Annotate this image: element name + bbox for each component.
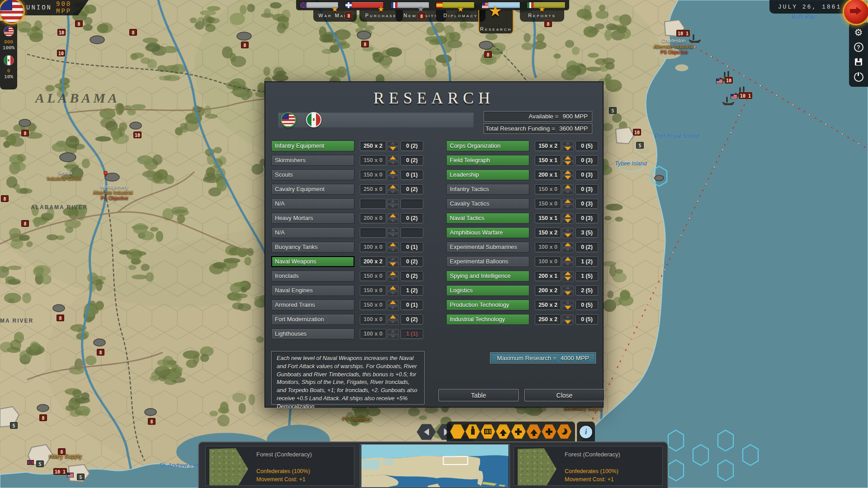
save-icon[interactable] [854, 57, 863, 67]
unit-strength-badge[interactable]: 8 [97, 349, 104, 356]
end-turn-button[interactable] [843, 0, 868, 25]
increase-chits-button[interactable] [562, 184, 574, 189]
research-item-scouts[interactable]: Scouts [271, 169, 354, 180]
unit-strength-badge[interactable]: 8 [1, 195, 9, 202]
decrease-chits-button[interactable] [387, 146, 399, 151]
unit-strength-badge[interactable]: 8 [57, 314, 64, 321]
table-button[interactable]: Table [439, 389, 519, 401]
decrease-chits-button[interactable] [562, 262, 574, 267]
research-item-fort-modernization[interactable]: Fort Modernization [271, 314, 354, 325]
research-item-corps-organization[interactable]: Corps Organization [446, 141, 529, 151]
mexico-filter-flag[interactable] [306, 112, 321, 127]
decrease-chits-button[interactable] [387, 305, 399, 310]
research-item-ironclads[interactable]: Ironclads [271, 271, 354, 282]
increase-chits-button[interactable] [562, 242, 574, 247]
menu-tab-reports[interactable]: Reports [520, 10, 564, 22]
increase-chits-button[interactable] [387, 257, 399, 262]
decrease-chits-button[interactable] [562, 219, 574, 224]
research-item-amphibious-warfare[interactable]: Amphibious Warfare [446, 227, 529, 238]
increase-chits-button[interactable] [562, 155, 574, 160]
decrease-chits-button[interactable] [562, 291, 574, 296]
decrease-chits-button[interactable] [387, 248, 399, 253]
settings-gear-icon[interactable]: ⚙ [854, 28, 863, 38]
decrease-chits-button[interactable] [562, 248, 574, 253]
unit-strength-badge[interactable]: 10 [725, 77, 733, 84]
fort-strength-badge[interactable]: 5 [10, 422, 18, 429]
fort-strength-badge[interactable]: 5 [636, 142, 644, 149]
decrease-chits-button[interactable] [562, 320, 574, 325]
decrease-chits-button[interactable] [387, 219, 399, 224]
increase-chits-button[interactable] [562, 300, 574, 305]
increase-chits-button[interactable] [387, 314, 399, 319]
research-item-infantry-equipment[interactable]: Infantry Equipment [271, 141, 354, 151]
unit-strength-badge[interactable]: 8 [39, 414, 47, 421]
power-icon[interactable] [854, 72, 863, 82]
info-button[interactable]: i [577, 422, 595, 442]
decrease-chits-button[interactable] [562, 233, 574, 238]
decrease-chits-button[interactable] [387, 175, 399, 180]
hex-arrow-button[interactable] [496, 424, 510, 439]
research-item-naval-weapons[interactable]: Naval Weapons [271, 256, 354, 267]
increase-chits-button[interactable] [562, 213, 574, 218]
increase-chits-button[interactable] [387, 271, 399, 276]
unit-strength-badge[interactable]: 8 [361, 41, 369, 47]
decrease-chits-button[interactable] [562, 175, 574, 180]
unit-strength-badge[interactable]: 8 [58, 448, 66, 455]
research-item-cavalry-tactics[interactable]: Cavalry Tactics [446, 198, 529, 209]
usa-filter-flag[interactable] [281, 112, 296, 127]
increase-chits-button[interactable] [387, 286, 399, 291]
increase-chits-button[interactable] [387, 184, 399, 189]
unit-strength-badge[interactable]: 8 [241, 42, 249, 48]
research-item-experimental-balloons[interactable]: Experimental Balloons [446, 256, 529, 267]
close-button[interactable]: Close [524, 389, 604, 401]
increase-chits-button[interactable] [562, 228, 574, 233]
decrease-chits-button[interactable] [562, 161, 574, 166]
hex-blank-button[interactable] [450, 424, 465, 439]
increase-chits-button[interactable] [562, 141, 574, 146]
unit-strength-badge[interactable]: 10 1 [53, 468, 67, 475]
unit-strength-badge[interactable]: 10 [57, 29, 66, 36]
decrease-chits-button[interactable] [562, 190, 574, 195]
increase-chits-button[interactable] [562, 257, 574, 262]
decrease-chits-button[interactable] [562, 204, 574, 209]
increase-chits-button[interactable] [387, 329, 399, 334]
increase-chits-button[interactable] [562, 314, 574, 319]
decrease-chits-button[interactable] [387, 161, 399, 166]
unit-strength-badge[interactable]: 10 1 [739, 92, 752, 99]
research-item-naval-engines[interactable]: Naval Engines [271, 285, 354, 296]
increase-chits-button[interactable] [387, 300, 399, 305]
unit-strength-badge[interactable]: 8 [148, 418, 156, 425]
unit-strength-badge[interactable]: 8 [21, 220, 29, 227]
minimap[interactable] [360, 444, 510, 488]
unit-strength-badge[interactable]: 8 [484, 51, 492, 58]
research-item-heavy-mortars[interactable]: Heavy Mortars [271, 213, 354, 224]
decrease-chits-button[interactable] [387, 320, 399, 325]
increase-chits-button[interactable] [387, 155, 399, 160]
research-item-field-telegraph[interactable]: Field Telegraph [446, 155, 529, 166]
hex-cross-button[interactable] [511, 424, 526, 439]
research-item-leadership[interactable]: Leadership [446, 169, 529, 180]
unit-strength-badge[interactable]: 8 [75, 20, 83, 27]
increase-chits-button[interactable] [562, 271, 574, 276]
unit-strength-badge[interactable]: 10 [633, 129, 641, 136]
increase-chits-button[interactable] [387, 213, 399, 218]
research-item-infantry-tactics[interactable]: Infantry Tactics [446, 184, 529, 195]
research-item-naval-tactics[interactable]: Naval Tactics [446, 213, 529, 224]
menu-tab-research[interactable]: ★Research [478, 10, 514, 33]
decrease-chits-button[interactable] [562, 146, 574, 151]
research-item-n-a[interactable]: N/A [271, 198, 354, 209]
unit-strength-badge[interactable]: 10 [57, 50, 65, 56]
unit-strength-badge[interactable]: 10 [133, 131, 142, 138]
fort-strength-badge[interactable]: 5 [609, 107, 617, 114]
hex-arrow-button[interactable] [527, 424, 541, 439]
research-item-industrial-technology[interactable]: Industrial Technology [446, 314, 529, 325]
research-item-armored-trains[interactable]: Armored Trains [271, 300, 354, 310]
research-item-experimental-submarines[interactable]: Experimental Submarines [446, 242, 529, 253]
increase-chits-button[interactable] [387, 228, 399, 233]
decrease-chits-button[interactable] [387, 291, 399, 296]
research-item-lighthouses[interactable]: Lighthouses [271, 328, 354, 339]
research-item-production-technology[interactable]: Production Technology [446, 300, 529, 310]
research-item-logistics[interactable]: Logistics [446, 285, 529, 296]
increase-chits-button[interactable] [387, 242, 399, 247]
research-item-cavalry-equipment[interactable]: Cavalry Equipment [271, 184, 354, 195]
